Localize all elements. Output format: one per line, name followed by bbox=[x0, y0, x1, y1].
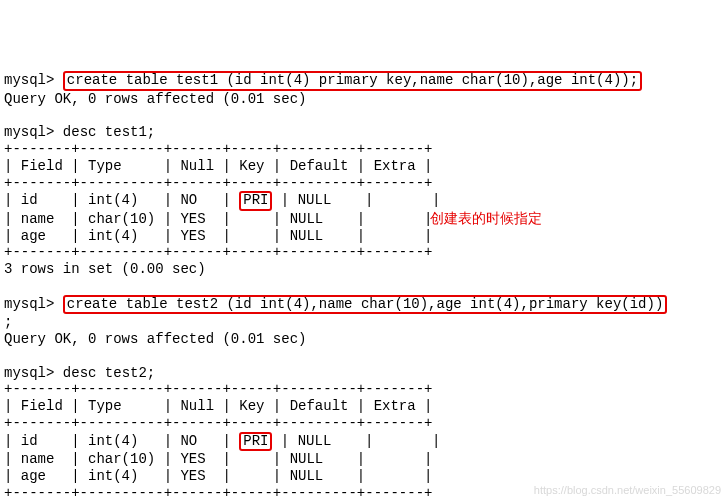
pri-key-marker: PRI bbox=[239, 191, 272, 210]
sql-create-test1: create table test1 (id int(4) primary ke… bbox=[63, 71, 642, 90]
query-ok-1: Query OK, 0 rows affected (0.01 sec) bbox=[4, 91, 306, 107]
table-row: | name | char(10) | YES | | NULL | | bbox=[4, 451, 432, 467]
table-row: | NULL | | bbox=[272, 433, 440, 449]
table-sep: +-------+----------+------+-----+-------… bbox=[4, 415, 432, 431]
table-header: | Field | Type | Null | Key | Default | … bbox=[4, 398, 432, 414]
continuation-semicolon: ; bbox=[4, 314, 12, 330]
table-row: | age | int(4) | YES | | NULL | | bbox=[4, 468, 432, 484]
table-row: | name | char(10) | YES | | NULL | | bbox=[4, 211, 432, 227]
rows-in-set: 3 rows in set (0.00 sec) bbox=[4, 261, 206, 277]
sql-desc-test2: desc test2; bbox=[63, 365, 155, 381]
table-row: | age | int(4) | YES | | NULL | | bbox=[4, 228, 432, 244]
sql-create-test2: create table test2 (id int(4),name char(… bbox=[63, 295, 668, 314]
pri-key-marker: PRI bbox=[239, 432, 272, 451]
table-sep: +-------+----------+------+-----+-------… bbox=[4, 244, 432, 260]
table-header: | Field | Type | Null | Key | Default | … bbox=[4, 158, 432, 174]
prompt: mysql> bbox=[4, 365, 54, 381]
table-row: | id | int(4) | NO | bbox=[4, 192, 239, 208]
table-row: | id | int(4) | NO | bbox=[4, 433, 239, 449]
table-sep: +-------+----------+------+-----+-------… bbox=[4, 175, 432, 191]
prompt: mysql> bbox=[4, 124, 54, 140]
table-sep: +-------+----------+------+-----+-------… bbox=[4, 141, 432, 157]
table-sep: +-------+----------+------+-----+-------… bbox=[4, 381, 432, 397]
annotation-text: 创建表的时候指定 bbox=[430, 210, 542, 227]
watermark: https://blog.csdn.net/weixin_55609829 bbox=[534, 484, 721, 497]
query-ok-2: Query OK, 0 rows affected (0.01 sec) bbox=[4, 331, 306, 347]
prompt: mysql> bbox=[4, 296, 54, 312]
sql-desc-test1: desc test1; bbox=[63, 124, 155, 140]
table-sep: +-------+----------+------+-----+-------… bbox=[4, 485, 432, 500]
table-row: | NULL | | bbox=[272, 192, 440, 208]
prompt: mysql> bbox=[4, 72, 54, 88]
